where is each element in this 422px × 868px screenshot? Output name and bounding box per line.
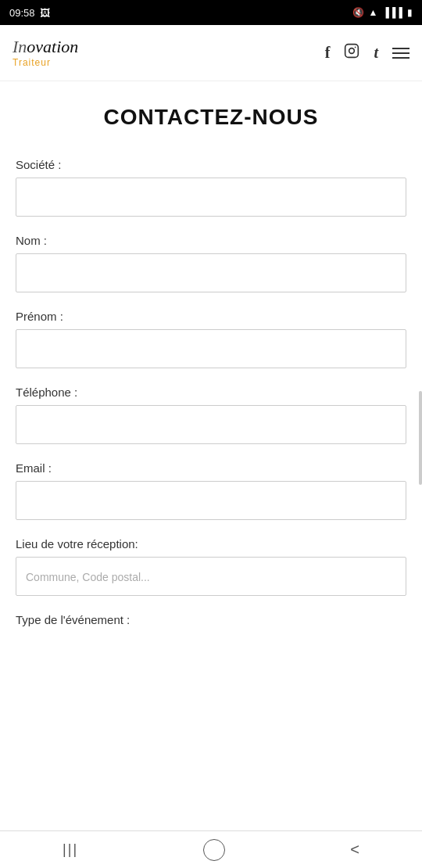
prenom-group: Prénom : <box>16 310 406 368</box>
telephone-input[interactable] <box>16 405 406 444</box>
facebook-icon[interactable]: f <box>325 44 331 62</box>
societe-label: Société : <box>16 158 406 171</box>
mute-icon: 🔇 <box>352 7 364 18</box>
home-button[interactable] <box>203 839 225 861</box>
telephone-label: Téléphone : <box>16 386 406 399</box>
societe-group: Société : <box>16 158 406 217</box>
lieu-group: Lieu de votre réception: <box>16 537 406 596</box>
logo: Inovation Traiteur <box>13 38 78 68</box>
instagram-icon[interactable] <box>344 43 359 63</box>
logo-text: Inovation <box>13 38 78 56</box>
email-label: Email : <box>16 461 406 475</box>
status-right: 🔇 ▲ ▐▐▐ ▮ <box>352 7 413 18</box>
status-bar: 09:58 🖼 🔇 ▲ ▐▐▐ ▮ <box>0 0 422 25</box>
lieu-input[interactable] <box>16 557 406 596</box>
image-icon: 🖼 <box>40 7 50 19</box>
main-content: CONTACTEZ-NOUS Société : Nom : Prénom : … <box>0 81 422 675</box>
recent-apps-button[interactable]: ||| <box>63 841 78 858</box>
lieu-label: Lieu de votre réception: <box>16 537 406 551</box>
bottom-nav: ||| < <box>0 830 422 868</box>
back-button[interactable]: < <box>350 841 359 859</box>
contact-form: Société : Nom : Prénom : Téléphone : Ema… <box>16 158 406 626</box>
prenom-label: Prénom : <box>16 310 406 323</box>
navbar: Inovation Traiteur f t <box>0 25 422 81</box>
signal-icon: ▐▐▐ <box>382 7 402 18</box>
nom-group: Nom : <box>16 234 406 292</box>
twitter-icon[interactable]: t <box>374 44 378 62</box>
svg-point-1 <box>349 48 355 54</box>
prenom-input[interactable] <box>16 329 406 368</box>
nav-icons: f t <box>325 43 409 63</box>
svg-rect-0 <box>345 45 359 58</box>
battery-icon: ▮ <box>407 7 413 18</box>
email-input[interactable] <box>16 481 406 520</box>
type-evenement-group: Type de l'événement : <box>16 613 406 626</box>
scrollbar <box>419 391 422 485</box>
page-title: CONTACTEZ-NOUS <box>16 105 406 130</box>
nom-input[interactable] <box>16 253 406 292</box>
logo-sub: Traiteur <box>13 57 51 68</box>
time: 09:58 <box>9 7 35 19</box>
svg-point-2 <box>355 47 356 48</box>
email-group: Email : <box>16 461 406 520</box>
status-left: 09:58 🖼 <box>9 7 50 19</box>
wifi-icon: ▲ <box>369 7 378 18</box>
type-evenement-label: Type de l'événement : <box>16 613 406 626</box>
telephone-group: Téléphone : <box>16 386 406 444</box>
hamburger-menu[interactable] <box>392 48 409 59</box>
societe-input[interactable] <box>16 178 406 217</box>
nom-label: Nom : <box>16 234 406 247</box>
